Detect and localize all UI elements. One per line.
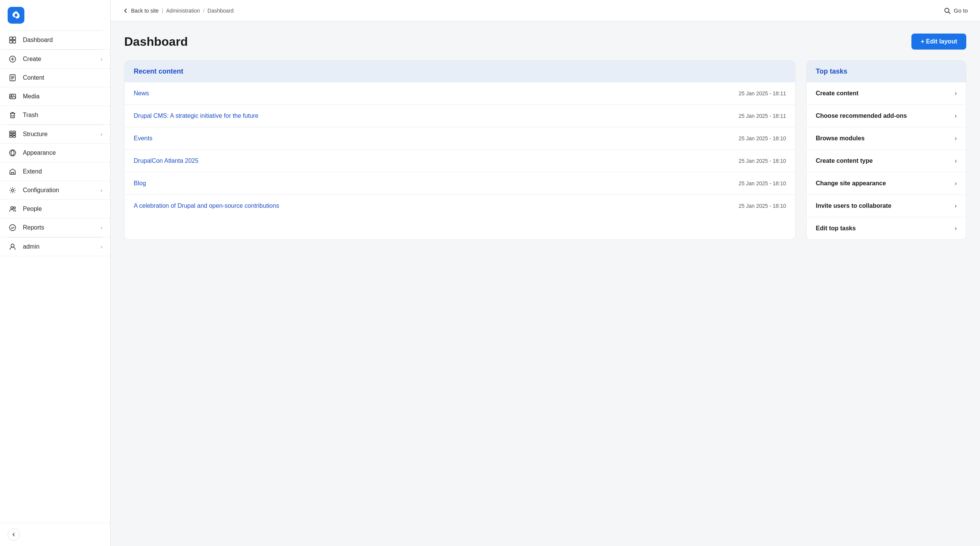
content-item-title[interactable]: A celebration of Drupal and open-source … — [134, 202, 279, 209]
top-tasks-header: Top tasks — [807, 61, 966, 82]
sidebar-item-label: Create — [23, 56, 101, 63]
sidebar-logo-area — [0, 0, 110, 31]
chevron-right-icon: › — [955, 135, 957, 142]
back-to-site-label: Back to site — [131, 8, 159, 14]
task-item[interactable]: Invite users to collaborate › — [807, 195, 966, 217]
back-to-site-link[interactable]: Back to site — [123, 8, 159, 14]
chevron-right-icon: › — [101, 187, 102, 193]
sidebar-item-admin[interactable]: admin › — [0, 238, 110, 256]
breadcrumb: Back to site | Administration / Dashboar… — [123, 8, 234, 14]
sidebar-item-label: Structure — [23, 131, 101, 138]
appearance-icon — [8, 149, 18, 157]
content-item[interactable]: Events 25 Jan 2025 - 18:10 — [125, 127, 795, 150]
svg-rect-0 — [10, 37, 12, 40]
content-item-date: 25 Jan 2025 - 18:10 — [738, 203, 786, 209]
svg-point-21 — [10, 150, 16, 156]
task-item-label: Create content type — [816, 157, 873, 164]
content-item[interactable]: A celebration of Drupal and open-source … — [125, 195, 795, 217]
dashboard-icon — [8, 36, 18, 44]
svg-line-29 — [948, 12, 950, 14]
back-arrow-icon — [123, 8, 129, 14]
content-item-date: 25 Jan 2025 - 18:11 — [738, 90, 786, 96]
task-item-label: Change site appearance — [816, 180, 886, 187]
task-item-label: Create content — [816, 90, 858, 97]
reports-icon — [8, 224, 18, 231]
extend-icon — [8, 168, 18, 175]
content-item-date: 25 Jan 2025 - 18:11 — [738, 113, 786, 119]
chevron-right-icon: › — [101, 131, 102, 137]
sidebar-item-structure[interactable]: Structure › — [0, 125, 110, 144]
content-item-title[interactable]: Blog — [134, 180, 146, 187]
user-icon — [8, 243, 18, 251]
search-goto[interactable]: Go to — [944, 7, 968, 14]
content-item-title[interactable]: Events — [134, 135, 152, 142]
sidebar-item-reports[interactable]: Reports › — [0, 218, 110, 237]
task-item[interactable]: Edit top tasks › — [807, 217, 966, 239]
chevron-right-icon: › — [955, 225, 957, 232]
svg-rect-17 — [10, 133, 12, 135]
content-item-title[interactable]: News — [134, 90, 149, 97]
recent-content-body: News 25 Jan 2025 - 18:11 Drupal CMS: A s… — [125, 82, 795, 217]
svg-rect-22 — [11, 172, 14, 174]
content-item-title[interactable]: Drupal CMS: A strategic initiative for t… — [134, 112, 258, 119]
topbar: Back to site | Administration / Dashboar… — [110, 0, 980, 21]
sidebar-item-configuration[interactable]: Configuration › — [0, 181, 110, 200]
content-item[interactable]: Blog 25 Jan 2025 - 18:10 — [125, 172, 795, 195]
recent-content-header: Recent content — [125, 61, 795, 82]
sidebar-item-appearance[interactable]: Appearance — [0, 144, 110, 162]
sidebar-item-label: Content — [23, 74, 102, 81]
structure-icon — [8, 130, 18, 138]
dashboard-grid: Recent content News 25 Jan 2025 - 18:11 … — [124, 60, 966, 240]
sidebar-collapse[interactable] — [0, 523, 110, 546]
svg-rect-16 — [10, 131, 16, 133]
sidebar-item-extend[interactable]: Extend — [0, 162, 110, 181]
search-icon — [944, 7, 951, 14]
people-icon — [8, 205, 18, 213]
breadcrumb-current: Dashboard — [208, 8, 234, 14]
sidebar-item-label: Appearance — [23, 149, 102, 156]
sidebar-item-media[interactable]: Media — [0, 87, 110, 106]
main-content: Back to site | Administration / Dashboar… — [110, 0, 980, 546]
content-item[interactable]: Drupal CMS: A strategic initiative for t… — [125, 105, 795, 127]
chevron-right-icon: › — [955, 157, 957, 164]
svg-point-27 — [11, 244, 14, 247]
svg-point-25 — [14, 207, 16, 209]
drupal-logo[interactable] — [8, 7, 24, 24]
task-item-label: Edit top tasks — [816, 225, 856, 232]
task-item[interactable]: Choose recommended add-ons › — [807, 105, 966, 127]
sidebar-item-create[interactable]: Create › — [0, 50, 110, 69]
sidebar-item-label: Reports — [23, 224, 101, 231]
task-item-label: Browse modules — [816, 135, 865, 142]
media-icon — [8, 93, 18, 100]
content-item-date: 25 Jan 2025 - 18:10 — [738, 135, 786, 141]
content-item-title[interactable]: DrupalCon Atlanta 2025 — [134, 157, 199, 164]
recent-content-title: Recent content — [134, 67, 183, 75]
collapse-button[interactable] — [8, 528, 20, 541]
configuration-icon — [8, 186, 18, 194]
goto-label: Go to — [954, 7, 968, 14]
breadcrumb-admin[interactable]: Administration — [166, 8, 200, 14]
sidebar-item-people[interactable]: People — [0, 200, 110, 218]
content-item-date: 25 Jan 2025 - 18:10 — [738, 180, 786, 186]
svg-point-23 — [11, 189, 14, 191]
task-item[interactable]: Change site appearance › — [807, 172, 966, 195]
sidebar-item-label: Dashboard — [23, 37, 102, 43]
content-item[interactable]: News 25 Jan 2025 - 18:11 — [125, 82, 795, 105]
content-item[interactable]: DrupalCon Atlanta 2025 25 Jan 2025 - 18:… — [125, 150, 795, 172]
content-icon — [8, 74, 18, 82]
chevron-right-icon: › — [101, 244, 102, 250]
task-item[interactable]: Create content › — [807, 82, 966, 105]
chevron-right-icon: › — [101, 225, 102, 231]
sidebar-item-content[interactable]: Content — [0, 69, 110, 87]
edit-layout-button[interactable]: + Edit layout — [911, 34, 966, 50]
breadcrumb-slash: / — [203, 8, 205, 14]
breadcrumb-separator: | — [162, 8, 163, 14]
task-item[interactable]: Create content type › — [807, 150, 966, 172]
task-item[interactable]: Browse modules › — [807, 127, 966, 150]
page-title: Dashboard — [124, 35, 188, 49]
sidebar-item-label: People — [23, 206, 102, 212]
chevron-right-icon: › — [101, 56, 102, 62]
sidebar-item-dashboard[interactable]: Dashboard — [0, 31, 110, 50]
top-tasks-body: Create content › Choose recommended add-… — [807, 82, 966, 239]
sidebar-item-trash[interactable]: Trash — [0, 106, 110, 125]
